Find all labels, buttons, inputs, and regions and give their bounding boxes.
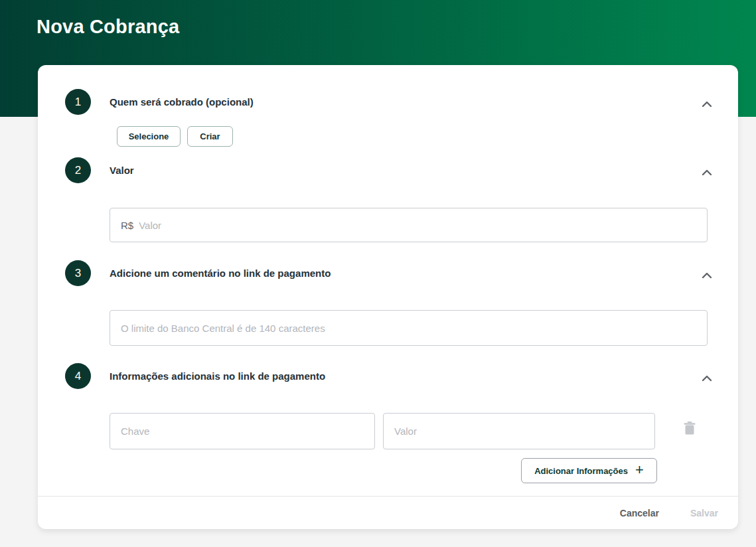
key-field-wrapper [110, 413, 375, 449]
section-title-additional-info: Informações adicionais no link de pagame… [110, 363, 325, 389]
comment-field-wrapper [110, 310, 708, 346]
cancel-button[interactable]: Cancelar [620, 508, 659, 518]
section-title-who: Quem será cobrado (opcional) [110, 89, 254, 115]
plus-icon: + [635, 463, 644, 477]
select-customer-button[interactable]: Selecione [117, 126, 181, 147]
step-indicator-3: 3 [65, 260, 91, 286]
section-title-amount: Valor [110, 157, 134, 183]
form-footer: Cancelar Salvar [38, 497, 738, 529]
chevron-up-icon[interactable] [702, 167, 712, 173]
create-customer-button[interactable]: Criar [187, 126, 233, 147]
section-title-comment: Adicione um comentário no link de pagame… [110, 260, 331, 286]
page-title: Nova Cobrança [37, 16, 179, 38]
amount-input[interactable] [139, 220, 696, 231]
step-indicator-1: 1 [65, 89, 91, 115]
chevron-up-icon[interactable] [702, 270, 712, 276]
delete-row-button[interactable] [681, 420, 698, 437]
comment-input[interactable] [121, 323, 696, 334]
trash-icon [684, 422, 696, 437]
value-input[interactable] [394, 426, 644, 437]
key-input[interactable] [121, 426, 364, 437]
save-button[interactable]: Salvar [690, 508, 718, 518]
chevron-up-icon[interactable] [702, 98, 712, 105]
new-charge-form-card: 1 Quem será cobrado (opcional) Selecione… [38, 65, 738, 529]
add-information-button[interactable]: Adicionar Informações + [521, 458, 657, 483]
value-field-wrapper [383, 413, 655, 449]
step-indicator-4: 4 [65, 363, 91, 389]
step-indicator-2: 2 [65, 157, 91, 183]
chevron-up-icon[interactable] [702, 372, 712, 379]
currency-prefix: R$ [121, 220, 133, 231]
amount-field-wrapper: R$ [110, 208, 708, 242]
add-information-label: Adicionar Informações [534, 466, 628, 476]
